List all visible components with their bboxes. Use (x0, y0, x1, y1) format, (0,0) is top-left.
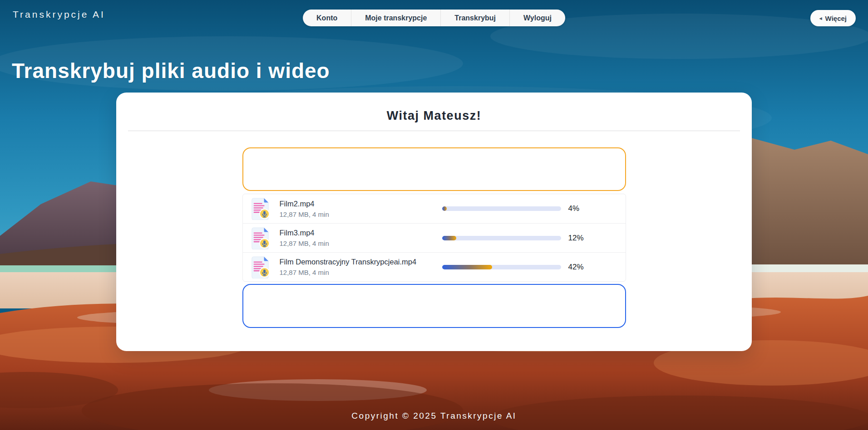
transcription-file-icon (250, 197, 270, 220)
file-meta: 12,87 MB, 4 min (280, 239, 329, 247)
file-row: Film3.mp4 12,87 MB, 4 min 12% (243, 223, 626, 252)
file-info: Film Demonstracyjny Transkrypcjeai.mp4 1… (280, 258, 417, 276)
footer-copyright: Copyright © 2025 Transkrypcje AI (0, 411, 868, 421)
progress-percent: 12% (568, 234, 618, 243)
nav-item-transkrybuj[interactable]: Transkrybuj (440, 10, 509, 26)
card-divider (128, 131, 740, 131)
progress-bar-fill (442, 206, 447, 211)
file-name: Film Demonstracyjny Transkrypcjeai.mp4 (280, 258, 417, 266)
transcription-file-icon (250, 256, 270, 279)
nav-item-wyloguj[interactable]: Wyloguj (509, 10, 565, 26)
main-card: Witaj Mateusz! Film2.mp4 12,87 MB, 4 min (116, 93, 752, 351)
nav-item-moje-transkrypcje[interactable]: Moje transkrypcje (351, 10, 440, 26)
file-row: Film2.mp4 12,87 MB, 4 min 4% (243, 194, 626, 223)
file-list: Film2.mp4 12,87 MB, 4 min 4% Film3.mp4 1… (242, 194, 626, 282)
page-title: Transkrybuj pliki audio i wideo (12, 59, 330, 83)
chevron-left-icon: ◂ (819, 16, 822, 21)
file-name: Film2.mp4 (280, 200, 329, 208)
file-row: Film Demonstracyjny Transkrypcjeai.mp4 1… (243, 252, 626, 281)
file-info: Film3.mp4 12,87 MB, 4 min (280, 229, 329, 247)
card-content: Film2.mp4 12,87 MB, 4 min 4% Film3.mp4 1… (242, 147, 626, 328)
file-name: Film3.mp4 (280, 229, 329, 237)
file-meta: 12,87 MB, 4 min (280, 269, 417, 276)
progress-percent: 4% (568, 204, 618, 213)
progress-bar (442, 206, 561, 211)
transcription-file-icon (250, 227, 270, 249)
progress-bar (442, 236, 561, 240)
main-nav: Konto Moje transkrypcje Transkrybuj Wylo… (303, 10, 565, 26)
progress-bar (442, 265, 561, 269)
file-meta: 12,87 MB, 4 min (280, 210, 329, 218)
upload-dropzone-blue[interactable] (242, 284, 626, 328)
brand-logo[interactable]: Transkrypcje AI (13, 9, 105, 20)
progress-percent: 42% (568, 263, 618, 272)
progress-bar-fill (442, 236, 456, 240)
more-button-label: Więcej (825, 15, 847, 22)
upload-dropzone-orange[interactable] (242, 147, 626, 191)
more-button[interactable]: ◂ Więcej (810, 10, 856, 26)
progress-bar-fill (442, 265, 492, 269)
greeting-heading: Witaj Mateusz! (116, 109, 752, 123)
nav-item-konto[interactable]: Konto (303, 10, 351, 26)
file-info: Film2.mp4 12,87 MB, 4 min (280, 200, 329, 218)
